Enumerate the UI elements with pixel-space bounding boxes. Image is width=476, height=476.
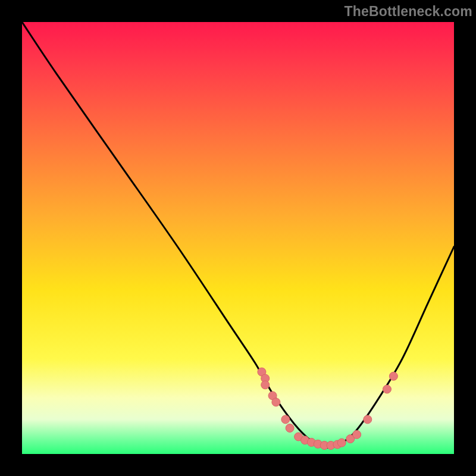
marker-dot: [364, 415, 372, 424]
marker-dot: [337, 439, 346, 447]
watermark-text: TheBottleneck.com: [344, 4, 472, 20]
bottleneck-curve-svg: [22, 22, 454, 454]
marker-dot: [286, 424, 294, 432]
plot-area: [22, 22, 454, 454]
marker-dot: [261, 381, 270, 389]
markers-group: [258, 368, 397, 449]
marker-dot: [383, 385, 391, 393]
marker-dot: [353, 430, 361, 439]
marker-dot: [389, 372, 397, 380]
marker-dot: [281, 415, 290, 424]
chart-container: TheBottleneck.com: [0, 0, 476, 476]
marker-dot: [272, 398, 280, 406]
bottleneck-curve: [22, 22, 454, 448]
